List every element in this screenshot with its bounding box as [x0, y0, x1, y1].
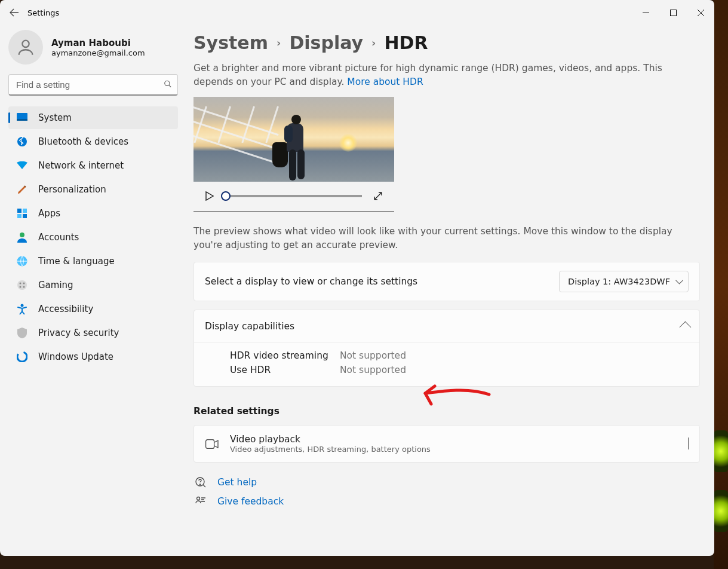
brush-icon [17, 184, 27, 195]
video-player-controls [193, 182, 394, 212]
sidebar-item-label: Accounts [38, 232, 79, 243]
chevron-right-icon: › [371, 36, 376, 49]
app-title: Settings [27, 8, 59, 17]
display-dropdown[interactable]: Display 1: AW3423DWF [559, 271, 689, 292]
seek-thumb[interactable] [221, 191, 231, 201]
profile-email: aymanzone@gmail.com [51, 48, 145, 57]
svg-rect-19 [206, 439, 214, 448]
sidebar-item-label: System [38, 112, 72, 123]
display-select-row: Select a display to view or change its s… [193, 262, 700, 301]
profile-section[interactable]: Ayman Haboubi aymanzone@gmail.com [8, 30, 178, 65]
feedback-icon [193, 496, 208, 507]
arrow-left-icon [10, 8, 19, 17]
background-tile [714, 430, 728, 472]
play-icon [205, 191, 214, 201]
window-controls [632, 0, 714, 25]
sidebar-item-privacy[interactable]: Privacy & security [8, 322, 178, 344]
related-settings-title: Related settings [193, 406, 700, 417]
search-box [8, 74, 178, 96]
breadcrumb-system[interactable]: System [193, 32, 268, 53]
svg-rect-7 [23, 209, 27, 213]
svg-rect-9 [23, 214, 27, 218]
display-dropdown-value: Display 1: AW3423DWF [568, 277, 670, 286]
breadcrumb: System › Display › HDR [193, 32, 700, 53]
globe-icon [17, 256, 27, 267]
close-button[interactable] [687, 0, 714, 25]
sidebar-item-label: Network & internet [38, 160, 124, 171]
sidebar-item-personalization[interactable]: Personalization [8, 178, 178, 201]
shield-icon [17, 328, 27, 338]
cap-label-use-hdr: Use HDR [230, 365, 340, 375]
fullscreen-button[interactable] [362, 191, 394, 201]
intro-text: Get a brighter and more vibrant picture … [193, 62, 700, 90]
display-capabilities-card: Display capabilities HDR video streaming… [193, 310, 700, 387]
profile-name: Ayman Haboubi [51, 38, 145, 48]
svg-point-12 [17, 280, 27, 290]
person-icon [16, 37, 36, 57]
main-content: System › Display › HDR Get a brighter an… [186, 25, 714, 556]
bluetooth-icon [17, 136, 27, 147]
sidebar-item-update[interactable]: Windows Update [8, 345, 178, 368]
search-icon [164, 79, 172, 91]
preview-hint: The preview shows what video will look l… [193, 225, 695, 253]
sidebar-item-time-language[interactable]: Time & language [8, 250, 178, 273]
svg-point-14 [23, 283, 25, 284]
background-tile [714, 490, 728, 532]
back-button[interactable] [7, 5, 21, 20]
wifi-icon [17, 160, 27, 171]
maximize-icon [670, 10, 677, 16]
sidebar-item-gaming[interactable]: Gaming [8, 274, 178, 296]
svg-rect-0 [670, 10, 676, 16]
maximize-button[interactable] [659, 0, 687, 25]
svg-point-17 [21, 304, 24, 307]
sidebar: Ayman Haboubi aymanzone@gmail.com System… [0, 25, 186, 556]
sidebar-item-label: Apps [38, 208, 60, 219]
capabilities-title: Display capabilities [205, 321, 294, 332]
svg-point-2 [165, 81, 170, 85]
avatar [8, 30, 43, 65]
svg-point-1 [22, 41, 29, 47]
sidebar-item-network[interactable]: Network & internet [8, 154, 178, 177]
sidebar-item-system[interactable]: System [8, 106, 178, 129]
monitor-icon [17, 112, 27, 123]
more-about-hdr-link[interactable]: More about HDR [347, 77, 423, 87]
preview-video [193, 97, 394, 212]
display-select-label: Select a display to view or change its s… [205, 276, 417, 287]
background-strip [714, 0, 728, 569]
apps-icon [17, 208, 27, 219]
breadcrumb-hdr: HDR [385, 32, 428, 53]
svg-point-16 [23, 286, 25, 288]
sidebar-item-label: Bluetooth & devices [38, 136, 128, 147]
sidebar-item-label: Windows Update [38, 351, 113, 362]
video-playback-link[interactable]: Video playback Video adjustments, HDR st… [193, 425, 700, 463]
search-input[interactable] [8, 74, 178, 96]
svg-point-13 [20, 283, 21, 284]
help-icon [193, 477, 208, 488]
sidebar-item-label: Gaming [38, 280, 73, 290]
seek-slider[interactable] [226, 195, 362, 197]
get-help-link[interactable]: Get help [193, 477, 700, 488]
preview-thumbnail [193, 97, 394, 182]
sidebar-item-label: Personalization [38, 184, 106, 195]
sidebar-item-label: Time & language [38, 256, 115, 267]
sidebar-item-accounts[interactable]: Accounts [8, 226, 178, 249]
sidebar-item-accessibility[interactable]: Accessibility [8, 298, 178, 320]
svg-point-18 [17, 352, 27, 362]
fullscreen-icon [373, 191, 383, 201]
cap-label-hdr-streaming: HDR video streaming [230, 350, 340, 361]
capabilities-header[interactable]: Display capabilities [194, 310, 699, 342]
svg-rect-8 [17, 214, 21, 218]
svg-rect-6 [17, 209, 21, 213]
svg-point-22 [197, 497, 200, 500]
give-feedback-label: Give feedback [217, 496, 284, 507]
minimize-button[interactable] [632, 0, 659, 25]
sidebar-item-apps[interactable]: Apps [8, 202, 178, 225]
give-feedback-link[interactable]: Give feedback [193, 496, 700, 507]
titlebar: Settings [0, 0, 714, 25]
video-playback-title: Video playback [230, 434, 431, 445]
close-icon [698, 10, 704, 16]
breadcrumb-display[interactable]: Display [289, 32, 363, 53]
svg-point-15 [20, 286, 21, 288]
sidebar-item-bluetooth[interactable]: Bluetooth & devices [8, 130, 178, 153]
chevron-up-icon [680, 322, 692, 334]
